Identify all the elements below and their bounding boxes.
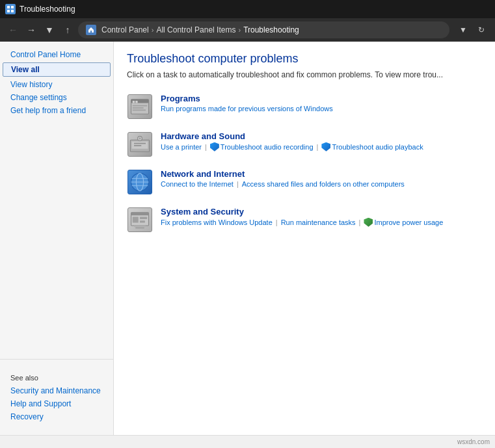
audio-recording-link[interactable]: Troubleshoot audio recording <box>210 142 314 152</box>
back-button[interactable]: ← <box>5 22 21 38</box>
sidebar-change-settings[interactable]: Change settings <box>0 91 113 104</box>
system-title[interactable]: System and Security <box>161 207 482 217</box>
main-area: Control Panel Home View all View history… <box>0 42 495 435</box>
sidebar: Control Panel Home View all View history… <box>0 42 114 435</box>
page-description: Click on a task to automatically trouble… <box>127 70 482 81</box>
trouble-item-hardware: Hardware and Sound Use a printer | Troub… <box>127 131 482 157</box>
programs-content: Programs Run programs made for previous … <box>161 94 482 112</box>
svg-rect-25 <box>140 217 147 218</box>
sidebar-control-panel-home[interactable]: Control Panel Home <box>0 48 113 61</box>
forward-button[interactable]: → <box>23 22 39 38</box>
address-bar: ← → ▼ ↑ Control Panel › All Control Pane… <box>0 18 495 42</box>
title-bar: Troubleshooting <box>0 0 495 18</box>
sidebar-get-help[interactable]: Get help from a friend <box>0 104 113 117</box>
recent-pages-button[interactable]: ▼ <box>42 22 57 38</box>
system-links: Fix problems with Windows Update | Run m… <box>161 218 482 227</box>
svg-rect-2 <box>7 10 10 12</box>
path-icon <box>86 25 96 35</box>
dropdown-button[interactable]: ▼ <box>455 21 472 38</box>
power-icon <box>364 218 373 227</box>
path-sep-2: › <box>238 26 241 34</box>
sidebar-view-all[interactable]: View all <box>3 62 111 77</box>
title-bar-text: Troubleshooting <box>20 5 75 14</box>
svg-rect-9 <box>133 107 144 109</box>
path-sep-1: › <box>152 26 154 34</box>
svg-rect-26 <box>140 220 145 222</box>
svg-rect-0 <box>7 6 10 8</box>
sidebar-view-history[interactable]: View history <box>0 78 113 91</box>
network-icon <box>127 169 153 195</box>
system-icon <box>127 207 153 233</box>
sys-sep-2: | <box>359 218 361 226</box>
trouble-item-system: System and Security Fix problems with Wi… <box>127 207 482 233</box>
see-also-section: See also Security and Maintenance Help a… <box>0 359 113 428</box>
svg-rect-1 <box>11 6 14 8</box>
programs-title[interactable]: Programs <box>161 94 482 103</box>
network-title[interactable]: Network and Internet <box>161 169 482 179</box>
path-troubleshooting[interactable]: Troubleshooting <box>243 25 299 34</box>
hardware-links: Use a printer | Troubleshoot audio recor… <box>161 142 482 152</box>
audio-play-icon <box>321 142 330 152</box>
address-path[interactable]: Control Panel › All Control Panel Items … <box>78 21 449 38</box>
refresh-button[interactable]: ↻ <box>473 21 490 38</box>
hw-sep-1: | <box>205 143 207 151</box>
power-usage-link[interactable]: Improve power usage <box>364 218 443 227</box>
programs-desc[interactable]: Run programs made for previous versions … <box>161 105 333 112</box>
bottom-bar: wsxdn.com <box>0 435 495 448</box>
sidebar-security-maintenance[interactable]: Security and Maintenance <box>0 384 113 397</box>
content-area: Troubleshoot computer problems Click on … <box>114 42 495 435</box>
windows-update-link[interactable]: Fix problems with Windows Update <box>161 218 273 226</box>
hardware-icon <box>127 131 153 157</box>
network-links: Connect to the Internet | Access shared … <box>161 180 482 188</box>
audio-playback-link[interactable]: Troubleshoot audio playback <box>321 142 423 152</box>
sidebar-recovery[interactable]: Recovery <box>0 410 113 423</box>
svg-rect-6 <box>133 101 135 103</box>
network-content: Network and Internet Connect to the Inte… <box>161 169 482 188</box>
see-also-label: See also <box>0 365 113 384</box>
net-sep-1: | <box>237 180 239 188</box>
svg-rect-7 <box>135 101 137 103</box>
svg-rect-10 <box>133 109 146 111</box>
svg-rect-3 <box>11 10 14 12</box>
trouble-item-programs: Programs Run programs made for previous … <box>127 94 482 120</box>
watermark: wsxdn.com <box>457 438 490 445</box>
svg-rect-15 <box>134 143 146 144</box>
path-control-panel[interactable]: Control Panel <box>101 25 149 34</box>
svg-rect-8 <box>133 105 148 107</box>
trouble-item-network: Network and Internet Connect to the Inte… <box>127 169 482 195</box>
programs-icon <box>127 94 153 120</box>
audio-rec-icon <box>210 142 219 152</box>
programs-subtitle: Run programs made for previous versions … <box>161 105 482 112</box>
hardware-content: Hardware and Sound Use a printer | Troub… <box>161 131 482 152</box>
sidebar-help-support[interactable]: Help and Support <box>0 397 113 410</box>
use-printer-link[interactable]: Use a printer <box>161 143 202 151</box>
hardware-title[interactable]: Hardware and Sound <box>161 131 482 141</box>
svg-rect-27 <box>135 227 144 228</box>
shared-files-link[interactable]: Access shared files and folders on other… <box>242 180 405 188</box>
address-controls: ▼ ↻ <box>455 21 490 38</box>
path-all-items[interactable]: All Control Panel Items <box>156 25 235 34</box>
sys-sep-1: | <box>276 218 278 226</box>
up-button[interactable]: ↑ <box>60 22 75 38</box>
svg-point-14 <box>139 137 140 139</box>
maintenance-tasks-link[interactable]: Run maintenance tasks <box>281 218 356 226</box>
hw-sep-2: | <box>317 143 319 151</box>
page-title: Troubleshoot computer problems <box>127 52 482 66</box>
svg-rect-16 <box>134 145 141 146</box>
svg-rect-28 <box>134 226 146 227</box>
svg-rect-23 <box>131 213 149 216</box>
app-icon <box>5 4 16 14</box>
connect-internet-link[interactable]: Connect to the Internet <box>161 180 234 188</box>
system-content: System and Security Fix problems with Wi… <box>161 207 482 227</box>
svg-rect-24 <box>133 217 139 222</box>
